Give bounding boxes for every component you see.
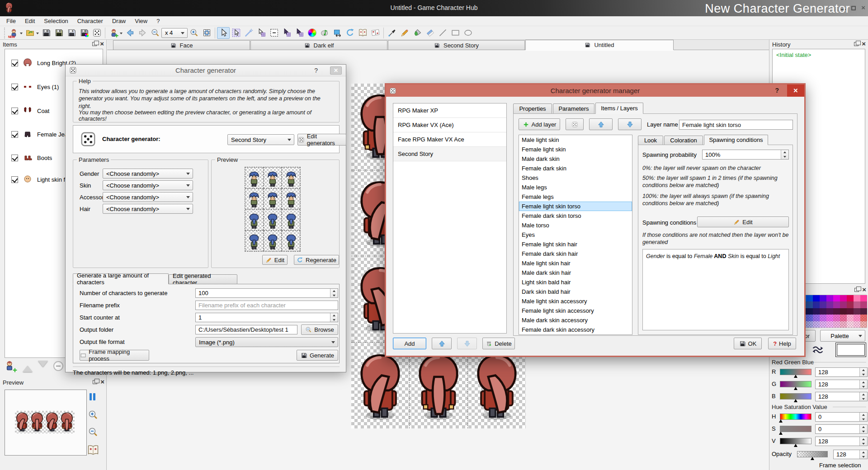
r-slider[interactable]	[780, 369, 811, 375]
chevron-down-icon[interactable]	[20, 33, 23, 36]
v-slider[interactable]	[780, 438, 811, 444]
float-panel-icon[interactable]	[854, 288, 859, 292]
template-book-button[interactable]	[369, 27, 382, 39]
layer-item[interactable]: Female light skin	[519, 145, 632, 154]
menu-character[interactable]: Character	[73, 17, 108, 25]
move-layer-down-button[interactable]	[618, 118, 642, 130]
checkbox[interactable]	[11, 60, 18, 66]
help-button[interactable]: ?Help	[768, 338, 796, 349]
g-value-input[interactable]	[815, 380, 868, 389]
dialog-help-icon[interactable]: ?	[775, 87, 779, 94]
remove-frame-tool-button[interactable]	[268, 27, 280, 39]
add-generator-button[interactable]: Add	[393, 338, 426, 349]
conditions-box[interactable]: Gender is equ​al to Female AND Skin is e…	[642, 249, 789, 330]
save-colored-button[interactable]	[78, 27, 90, 39]
palette-swatch[interactable]	[833, 308, 840, 315]
spinner[interactable]	[859, 425, 867, 433]
palette-swatch[interactable]	[820, 301, 826, 308]
palette-swatch[interactable]	[860, 315, 867, 321]
item-label[interactable]: Boots	[37, 155, 52, 161]
transform-grid-button[interactable]	[200, 27, 213, 39]
layer-item[interactable]: Dark skin bald hair	[519, 287, 632, 296]
open-file-button[interactable]	[24, 27, 36, 39]
slider-marker[interactable]	[794, 387, 797, 390]
save-as-button[interactable]	[65, 27, 78, 39]
palette-swatch[interactable]	[806, 315, 813, 321]
dialog-help-icon[interactable]: ?	[314, 67, 318, 74]
hair-select[interactable]: <Choose randomly>	[103, 204, 193, 214]
regenerate-button[interactable]: Regenerate	[294, 255, 339, 265]
ok-button[interactable]: OK	[734, 338, 762, 349]
move-generator-down-button[interactable]	[457, 338, 477, 349]
layer-item[interactable]: Male light skin hair	[519, 258, 632, 268]
palette-swatch[interactable]	[833, 295, 840, 301]
output-format-select[interactable]: Image (*.png)	[195, 337, 338, 347]
subtab-coloration[interactable]: Coloration	[664, 136, 703, 145]
add-layer-button[interactable]: Add layer	[519, 118, 560, 130]
generator-item[interactable]: RPG Maker VX (Ace)	[393, 118, 506, 132]
color-wheel-button[interactable]	[306, 27, 318, 39]
redo-button[interactable]	[136, 27, 149, 39]
tab-generate-large-amount[interactable]: Generate a large amount of characters	[73, 273, 169, 284]
slider-marker[interactable]	[811, 457, 814, 460]
new-character-button[interactable]: NEW	[7, 27, 20, 39]
sound-button[interactable]	[318, 27, 331, 39]
palette-swatch[interactable]	[847, 315, 854, 321]
s-slider[interactable]	[780, 426, 811, 432]
palette-select[interactable]: Palette	[820, 330, 865, 342]
preview-viewport[interactable]	[5, 390, 87, 456]
history-entry[interactable]: <Initial state>	[773, 49, 865, 61]
palette-swatch[interactable]	[813, 315, 820, 321]
maximize-icon[interactable]	[851, 6, 856, 10]
palette-swatch[interactable]	[847, 308, 854, 315]
menu-selection[interactable]: Selection	[39, 17, 72, 25]
frame-mapping-button[interactable]: Frame mapping process	[80, 350, 149, 361]
spinner[interactable]	[859, 450, 867, 459]
wand-tool-button[interactable]	[242, 27, 255, 39]
r-value-input[interactable]	[815, 367, 868, 377]
palette-swatch[interactable]	[820, 308, 826, 315]
generator-select[interactable]: Second Story	[227, 134, 294, 145]
layer-name-input[interactable]	[679, 120, 793, 130]
tab-face[interactable]: Face	[113, 40, 250, 50]
start-counter-input[interactable]	[195, 313, 338, 322]
palette-swatch[interactable]	[847, 321, 854, 328]
add-item-button[interactable]	[4, 360, 17, 372]
palette-swatch[interactable]	[854, 295, 860, 301]
palette-swatch[interactable]	[833, 315, 840, 321]
palette-swatch[interactable]	[854, 321, 860, 328]
add-character-button[interactable]	[107, 27, 120, 39]
spinner[interactable]	[330, 313, 338, 322]
checkbox[interactable]	[11, 84, 18, 90]
slider-marker[interactable]	[794, 444, 797, 447]
resource-book-button[interactable]	[356, 27, 369, 39]
preview-zoom-in-button[interactable]	[88, 409, 99, 420]
layer-item[interactable]: Male torso	[519, 221, 632, 230]
palette-swatch[interactable]	[826, 308, 833, 315]
layer-item[interactable]: Male dark skin accessory	[519, 315, 632, 325]
spinner[interactable]	[330, 289, 338, 297]
remove-item-button[interactable]	[53, 361, 63, 371]
tab-parameters[interactable]: Parameters	[553, 103, 594, 114]
palette-swatch[interactable]	[840, 315, 847, 321]
layer-item[interactable]: Male light skin accessory	[519, 296, 632, 306]
slider-marker[interactable]	[779, 432, 783, 435]
move-item-down-button[interactable]	[38, 361, 48, 372]
tab-edit-generated[interactable]: Edit generated character	[169, 274, 237, 284]
palette-swatch[interactable]	[813, 308, 820, 315]
close-panel-icon[interactable]: ×	[862, 41, 866, 47]
palette-swatch[interactable]	[840, 295, 847, 301]
palette-swatch[interactable]	[826, 295, 833, 301]
save-button[interactable]	[40, 27, 52, 39]
float-panel-icon[interactable]	[854, 42, 859, 46]
chevron-down-icon[interactable]	[36, 33, 39, 36]
palette-swatch[interactable]	[806, 321, 813, 328]
frame-select-tool-button[interactable]	[255, 27, 268, 39]
frame-copy-tool-button[interactable]	[293, 27, 306, 39]
current-color-swatch[interactable]	[835, 343, 866, 357]
generate-button[interactable]: Generate	[297, 350, 338, 361]
save-all-button[interactable]	[52, 27, 65, 39]
dialog-titlebar[interactable]: Character generator ? ✕	[66, 65, 346, 76]
dialog-close-button[interactable]: ✕	[330, 66, 342, 75]
tab-items-layers[interactable]: Items / Layers	[595, 103, 643, 114]
